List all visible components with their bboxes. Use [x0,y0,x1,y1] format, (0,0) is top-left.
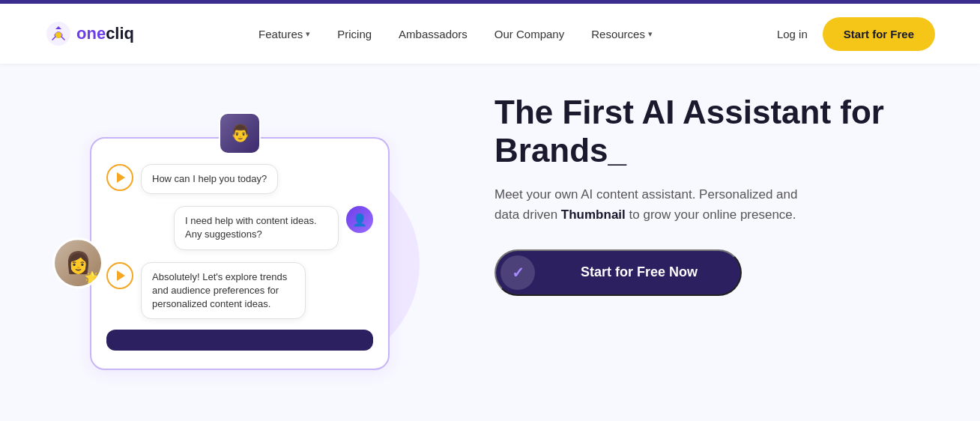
nav-resources-label: Resources [591,28,645,40]
chat-row-1: How can I help you today? [106,164,373,194]
hero-title-line2: Brands_ [494,132,626,169]
chevron-down-icon-resources: ▾ [648,29,653,39]
nav-actions: Log in Start for Free [777,17,935,51]
hero-right: The First AI Assistant for Brands_ Meet … [435,64,935,296]
top-avatar-image: 👨 [220,114,259,153]
user-avatar-small: 👤 [346,206,373,233]
cta-check-circle: ✓ [500,255,535,290]
chat-card: 👨 How can I help you today? 👤 I nee [90,137,390,370]
nav-pricing-label: Pricing [337,28,372,40]
hero-section: 👩 🌟 👨 How can I help you today? [0,64,980,421]
hero-title: The First AI Assistant for Brands_ [494,94,935,169]
cta-label: Start for Free [844,28,914,40]
nav-item-features[interactable]: Features ▾ [258,28,310,40]
chat-row-2: 👤 I need help with content ideas. Any su… [106,206,373,249]
logo[interactable]: oneonecliqcliq [45,20,134,47]
chat-input-bar [106,330,373,351]
logo-text: oneonecliqcliq [76,24,134,43]
nav-links: Features ▾ Pricing Ambassadors Our Compa… [258,28,653,40]
logo-icon [45,20,72,47]
navbar: oneonecliqcliq Features ▾ Pricing Ambass… [0,4,980,64]
login-label: Log in [777,28,808,40]
nav-features-label: Features [258,28,303,40]
nav-item-resources[interactable]: Resources ▾ [591,28,653,40]
hero-title-brands: Brands_ [494,132,626,169]
nav-company-label: Our Company [494,28,564,40]
play-icon-1 [117,172,125,183]
chevron-down-icon: ▾ [306,29,310,39]
start-free-button[interactable]: Start for Free [823,17,935,51]
chat-row-3: Absolutely! Let's explore trends and aud… [106,262,373,320]
nav-item-pricing[interactable]: Pricing [337,28,372,40]
top-avatar: 👨 [219,112,261,154]
hero-desc-part2: to grow your online presence. [626,208,796,222]
chat-messages: How can I help you today? 👤 I need help … [106,164,373,319]
svg-point-1 [55,32,61,38]
chat-bubble-2: I need help with content ideas. Any sugg… [174,206,339,249]
hero-cta-label: Start for Free Now [542,264,736,280]
hero-description: Meet your own AI content assistant. Pers… [494,184,809,225]
hero-title-line1: The First AI Assistant for [494,94,884,130]
hero-cta-button[interactable]: ✓ Start for Free Now [494,249,742,296]
nav-link-resources[interactable]: Resources ▾ [591,28,653,40]
play-button-2[interactable] [106,262,133,289]
nav-item-ambassadors[interactable]: Ambassadors [399,28,468,40]
hero-left: 👩 🌟 👨 How can I help you today? [45,64,435,421]
nav-item-company[interactable]: Our Company [494,28,564,40]
nav-link-pricing[interactable]: Pricing [337,28,372,40]
chat-bubble-1: How can I help you today? [141,164,278,194]
play-button-1[interactable] [106,164,133,191]
nav-link-ambassadors[interactable]: Ambassadors [399,28,468,40]
chat-text-3: Absolutely! Let's explore trends and aud… [152,271,287,309]
chat-text-2: I need help with content ideas. Any sugg… [185,215,317,240]
side-avatar: 👩 🌟 [52,237,103,288]
login-link[interactable]: Log in [777,28,808,40]
chat-bubble-3: Absolutely! Let's explore trends and aud… [141,262,306,320]
nav-link-company[interactable]: Our Company [494,28,564,40]
play-icon-2 [117,270,125,281]
nav-link-features[interactable]: Features ▾ [258,28,310,40]
emoji-badge: 🌟 [85,270,100,285]
check-icon: ✓ [512,264,524,282]
chat-text-1: How can I help you today? [152,173,267,184]
hero-desc-bold: Thumbnail [561,208,626,222]
nav-ambassadors-label: Ambassadors [399,28,468,40]
